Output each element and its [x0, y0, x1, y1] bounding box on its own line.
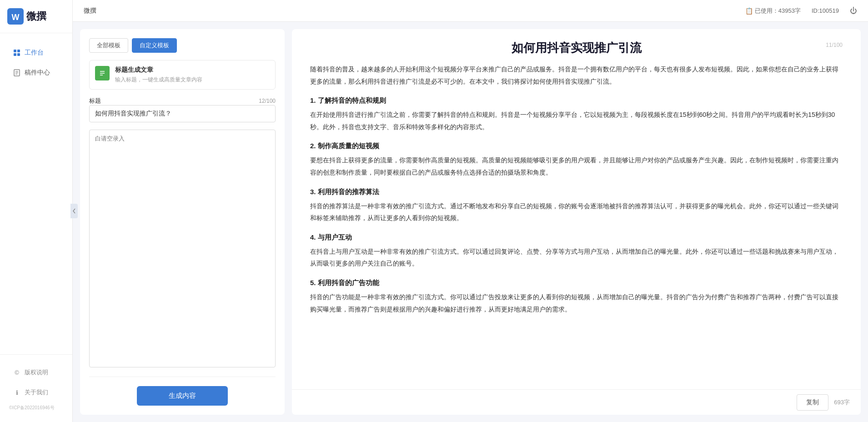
topbar-title: 微撰: [84, 7, 96, 15]
topbar: 微撰 📋 已使用：43953字 ID:100519 ⏻: [73, 0, 868, 22]
icp-text: ©ICP备2022016946号: [0, 403, 72, 415]
article-footer: 复制 693字: [292, 389, 861, 415]
drafts-label: 稿件中心: [25, 69, 50, 77]
article-paragraph: 随着抖音的普及，越来越多的人开始利用这个短视频分享平台来推广自己的产品或服务。抖…: [310, 63, 843, 87]
article-paragraph: 抖音的广告功能是一种非常有效的推广引流方式。你可以通过广告投放来让更多的人看到你…: [310, 291, 843, 315]
article-heading: 2. 制作高质量的短视频: [310, 142, 843, 151]
svg-rect-2: [14, 50, 16, 52]
usage-info: 📋 已使用：43953字: [745, 7, 801, 15]
id-info: ID:100519: [812, 7, 839, 14]
article-page-info: 11/100: [826, 42, 843, 48]
tab-all-templates[interactable]: 全部模板: [89, 38, 128, 53]
drafts-icon: [13, 69, 21, 77]
article-paragraph: 要想在抖音上获得更多的流量，你需要制作高质量的短视频。高质量的短视频能够吸引更多…: [310, 154, 843, 178]
workbench-icon: [13, 49, 21, 57]
sidebar-item-about[interactable]: ℹ 关于我们: [4, 383, 69, 402]
generate-button[interactable]: 生成内容: [137, 386, 228, 406]
template-card-info: 标题生成文章 输入标题，一键生成高质量文章内容: [115, 66, 202, 84]
svg-rect-3: [17, 50, 20, 52]
svg-rect-4: [14, 53, 16, 56]
sidebar-nav: 工作台 稿件中心: [0, 33, 72, 354]
article-heading: 3. 利用抖音的推荐算法: [310, 188, 843, 196]
title-label: 标题: [89, 97, 101, 105]
sidebar-item-workbench[interactable]: 工作台: [4, 43, 69, 62]
sidebar: W 微撰 工作台: [0, 0, 73, 422]
article-header: 如何用抖音实现推广引流 11/100: [292, 29, 861, 63]
title-input[interactable]: [89, 105, 276, 122]
topbar-right: 📋 已使用：43953字 ID:100519 ⏻: [745, 7, 857, 15]
article-paragraph: 抖音的推荐算法是一种非常有效的推广引流方式。通过不断地发布和分享自己的短视频，你…: [310, 200, 843, 224]
article-paragraph: 在开始使用抖音进行推广引流之前，你需要了解抖音的特点和规则。抖音是一个短视频分享…: [310, 109, 843, 133]
template-tabs: 全部模板 自定义模板: [89, 38, 276, 53]
content-textarea[interactable]: [89, 130, 276, 367]
copy-button[interactable]: 复制: [797, 394, 828, 411]
right-panel: 如何用抖音实现推广引流 11/100 随着抖音的普及，越来越多的人开始利用这个短…: [292, 29, 861, 415]
article-body[interactable]: 随着抖音的普及，越来越多的人开始利用这个短视频分享平台来推广自己的产品或服务。抖…: [292, 63, 861, 415]
article-heading: 1. 了解抖音的特点和规则: [310, 96, 843, 105]
content-field-group: [89, 130, 276, 367]
sidebar-collapse-handle[interactable]: [70, 204, 78, 218]
sidebar-item-drafts[interactable]: 稿件中心: [4, 63, 69, 82]
workbench-label: 工作台: [25, 49, 44, 57]
usage-icon: 📋: [745, 7, 753, 15]
template-card-icon: [95, 66, 110, 80]
template-card-title: 标题生成文章: [115, 66, 202, 74]
title-field-group: 标题 12/100: [89, 97, 276, 122]
svg-text:W: W: [12, 13, 20, 22]
template-card-desc: 输入标题，一键生成高质量文章内容: [115, 76, 202, 84]
svg-rect-5: [17, 53, 20, 56]
content-area: 全部模板 自定义模板 标题生成文章 输入标题，一键生成高质量文章内容: [73, 22, 868, 422]
app-name: 微撰: [26, 10, 46, 23]
divider: [89, 377, 276, 377]
about-label: 关于我们: [25, 388, 48, 397]
left-panel: 全部模板 自定义模板 标题生成文章 输入标题，一键生成高质量文章内容: [80, 29, 285, 415]
article-title: 如何用抖音实现推广引流: [310, 40, 843, 56]
tab-custom-templates[interactable]: 自定义模板: [132, 38, 177, 53]
main-area: 微撰 📋 已使用：43953字 ID:100519 ⏻ 全部模板 自定义模板: [73, 0, 868, 422]
power-icon[interactable]: ⏻: [850, 7, 857, 15]
about-icon: ℹ: [13, 388, 21, 397]
sidebar-item-copyright[interactable]: © 版权说明: [4, 363, 69, 382]
article-heading: 5. 利用抖音的广告功能: [310, 279, 843, 287]
sidebar-bottom: © 版权说明 ℹ 关于我们 ©ICP备2022016946号: [0, 354, 72, 422]
article-heading: 4. 与用户互动: [310, 233, 843, 242]
usage-label: 已使用：43953字: [755, 7, 801, 15]
title-label-row: 标题 12/100: [89, 97, 276, 105]
word-count: 693字: [834, 398, 850, 407]
copyright-label: 版权说明: [25, 368, 48, 377]
template-card[interactable]: 标题生成文章 输入标题，一键生成高质量文章内容: [89, 60, 276, 90]
title-counter: 12/100: [259, 98, 276, 104]
article-paragraph: 在抖音上与用户互动是一种非常有效的推广引流方式。你可以通过回复评论、点赞、分享等…: [310, 246, 843, 270]
logo-area: W 微撰: [0, 0, 72, 33]
logo-icon: W: [7, 8, 24, 25]
copyright-icon: ©: [13, 368, 21, 377]
